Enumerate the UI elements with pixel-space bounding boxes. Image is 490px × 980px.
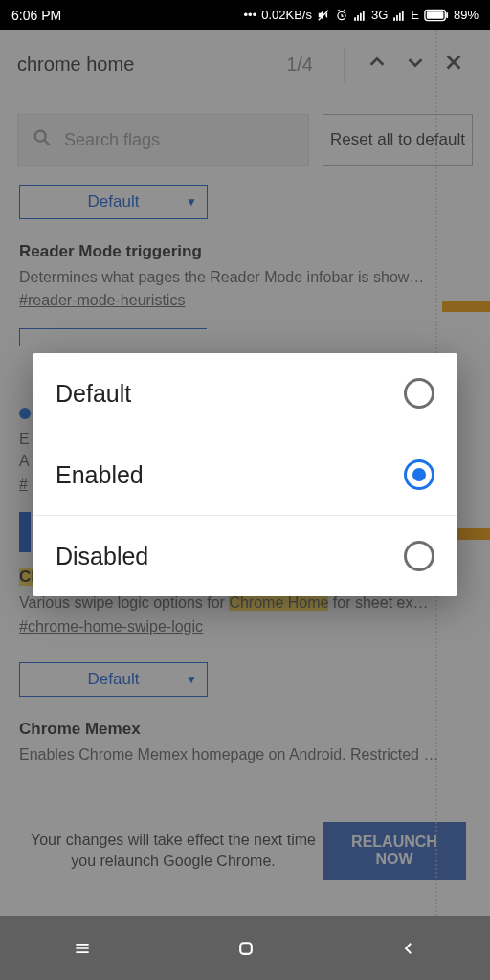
alarm-icon: [335, 8, 348, 23]
net-speed: 0.02KB/s: [261, 8, 312, 22]
ellipsis-icon: •••: [244, 8, 257, 22]
nav-back-button[interactable]: [400, 940, 417, 957]
svg-rect-10: [427, 12, 444, 19]
nav-home-button[interactable]: [236, 939, 256, 958]
svg-rect-5: [393, 18, 395, 22]
svg-rect-8: [402, 11, 404, 21]
dialog-option-default[interactable]: Default: [33, 353, 457, 434]
option-label: Disabled: [56, 543, 404, 570]
battery-icon: [424, 8, 449, 23]
svg-rect-13: [240, 943, 252, 954]
svg-rect-2: [357, 15, 359, 21]
radio-icon: [404, 541, 434, 571]
net-type-2: E: [411, 8, 419, 22]
signal-icon-2: [392, 8, 406, 23]
svg-rect-3: [360, 13, 362, 21]
signal-icon-1: [353, 8, 367, 23]
option-label: Enabled: [56, 461, 404, 489]
svg-rect-11: [446, 12, 448, 18]
option-label: Default: [56, 380, 404, 408]
mute-icon: [317, 8, 330, 23]
svg-rect-1: [354, 18, 356, 22]
svg-rect-6: [396, 15, 398, 21]
battery-percent: 89%: [454, 8, 479, 22]
net-type-1: 3G: [371, 8, 388, 22]
radio-selected-icon: [404, 459, 434, 490]
svg-rect-4: [363, 11, 365, 21]
radio-icon: [404, 378, 434, 409]
option-dialog: Default Enabled Disabled: [33, 353, 457, 596]
status-bar: 6:06 PM ••• 0.02KB/s 3G E 89%: [0, 0, 490, 30]
nav-recent-button[interactable]: [73, 939, 92, 958]
dialog-option-disabled[interactable]: Disabled: [33, 516, 457, 596]
status-time: 6:06 PM: [11, 8, 61, 23]
svg-rect-7: [399, 13, 401, 21]
dialog-option-enabled[interactable]: Enabled: [33, 434, 457, 516]
status-indicators: ••• 0.02KB/s 3G E 89%: [61, 8, 479, 23]
system-nav-bar: [0, 916, 490, 980]
